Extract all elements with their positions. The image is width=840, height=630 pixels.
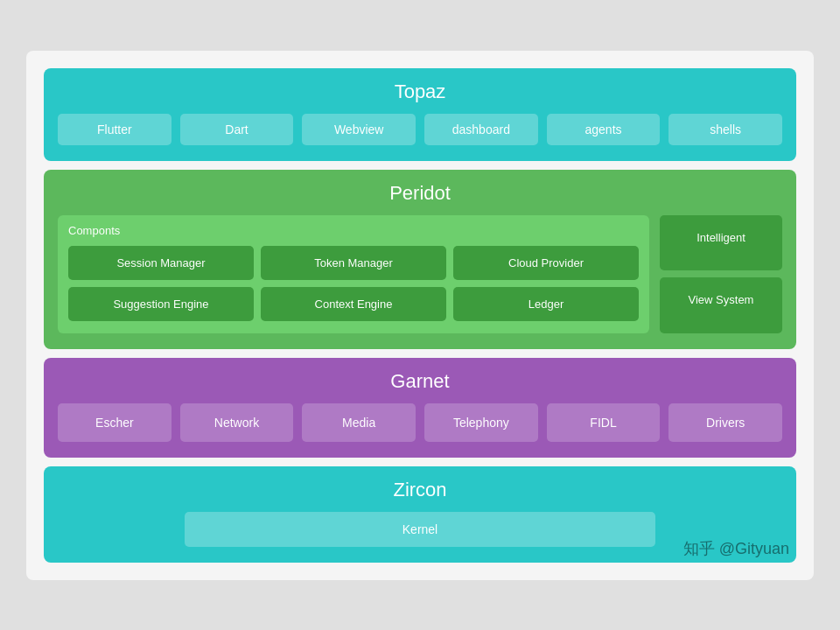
peridot-suggestion-engine: Suggestion Engine bbox=[68, 287, 254, 321]
garnet-title: Garnet bbox=[58, 370, 782, 393]
topaz-shells: shells bbox=[668, 114, 782, 145]
peridot-content: Componts Session Manager Token Manager C… bbox=[58, 215, 782, 333]
layer-zircon: Zircon Kernel bbox=[44, 466, 796, 563]
peridot-title: Peridot bbox=[58, 182, 782, 205]
architecture-diagram: Topaz Flutter Dart Webview dashboard age… bbox=[26, 51, 814, 580]
topaz-title: Topaz bbox=[58, 80, 782, 103]
topaz-webview: Webview bbox=[302, 114, 416, 145]
peridot-token-manager: Token Manager bbox=[261, 246, 446, 280]
peridot-grid: Session Manager Token Manager Cloud Prov… bbox=[68, 246, 639, 321]
peridot-ledger: Ledger bbox=[453, 287, 639, 321]
peridot-cloud-provider: Cloud Provider bbox=[453, 246, 639, 280]
peridot-componts-label: Componts bbox=[68, 224, 639, 237]
zircon-title: Zircon bbox=[58, 479, 782, 501]
garnet-network: Network bbox=[180, 403, 294, 442]
peridot-view-system: View System bbox=[660, 277, 782, 333]
garnet-drivers: Drivers bbox=[668, 403, 782, 442]
garnet-telephony: Telephony bbox=[424, 403, 538, 442]
garnet-media: Media bbox=[302, 403, 416, 442]
topaz-dashboard: dashboard bbox=[424, 114, 538, 145]
layer-garnet: Garnet Escher Network Media Telephony FI… bbox=[44, 358, 796, 458]
peridot-session-manager: Session Manager bbox=[68, 246, 254, 280]
peridot-intelligent: Intelligent bbox=[660, 215, 782, 271]
peridot-right: Intelligent View System bbox=[660, 215, 782, 333]
layer-peridot: Peridot Componts Session Manager Token M… bbox=[44, 170, 796, 349]
peridot-componts: Componts Session Manager Token Manager C… bbox=[58, 215, 649, 333]
garnet-escher: Escher bbox=[58, 403, 172, 442]
garnet-fidl: FIDL bbox=[547, 403, 661, 442]
zircon-inner: Kernel bbox=[58, 512, 782, 547]
garnet-items: Escher Network Media Telephony FIDL Driv… bbox=[58, 403, 782, 442]
topaz-dart: Dart bbox=[180, 114, 294, 145]
peridot-context-engine: Context Engine bbox=[261, 287, 446, 321]
layer-topaz: Topaz Flutter Dart Webview dashboard age… bbox=[44, 68, 796, 161]
zircon-kernel: Kernel bbox=[185, 512, 655, 547]
topaz-items: Flutter Dart Webview dashboard agents sh… bbox=[58, 114, 782, 145]
topaz-agents: agents bbox=[547, 114, 661, 145]
topaz-flutter: Flutter bbox=[58, 114, 172, 145]
